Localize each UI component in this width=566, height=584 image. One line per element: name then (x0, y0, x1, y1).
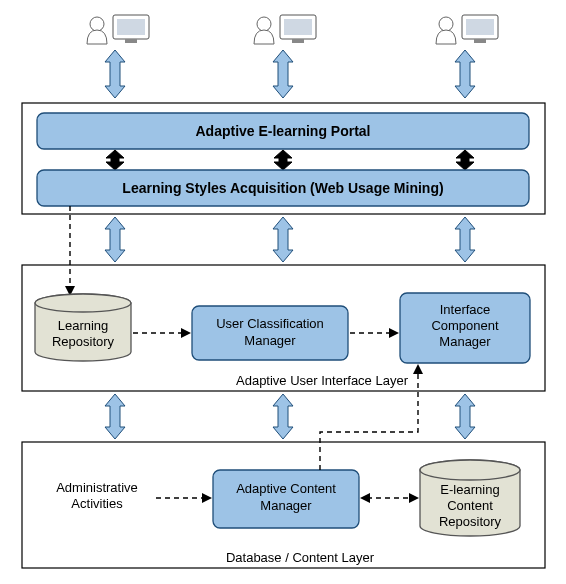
arrow-top-ui (105, 217, 475, 262)
admin-activities-label: Administrative (56, 480, 138, 495)
acquisition-label: Learning Styles Acquisition (Web Usage M… (122, 180, 443, 196)
svg-text:Adaptive Content: Adaptive Content (236, 481, 336, 496)
svg-text:Manager: Manager (260, 498, 312, 513)
svg-rect-2 (125, 39, 137, 43)
svg-point-7 (257, 17, 271, 31)
svg-text:Repository: Repository (439, 514, 502, 529)
svg-text:Activities: Activities (71, 496, 123, 511)
svg-text:Component: Component (431, 318, 499, 333)
user-icon (87, 15, 498, 44)
svg-text:Manager: Manager (439, 334, 491, 349)
svg-rect-1 (117, 19, 145, 35)
svg-point-11 (439, 17, 453, 31)
elearning-repo-cylinder: E-learning Content Repository (420, 460, 520, 536)
arrow-portal-acquisition (106, 150, 474, 170)
content-layer-label: Database / Content Layer (226, 550, 375, 565)
svg-marker-22 (389, 328, 399, 338)
svg-text:E-learning: E-learning (440, 482, 499, 497)
svg-text:User Classification: User Classification (216, 316, 324, 331)
arrow-users-portal (105, 50, 475, 98)
svg-marker-33 (413, 364, 423, 374)
ui-layer-label: Adaptive User Interface Layer (236, 373, 409, 388)
architecture-diagram: Adaptive E-learning Portal Learning Styl… (0, 0, 566, 584)
svg-marker-31 (409, 493, 419, 503)
svg-text:Content: Content (447, 498, 493, 513)
svg-marker-30 (202, 493, 212, 503)
svg-text:Learning: Learning (58, 318, 109, 333)
svg-rect-10 (474, 39, 486, 43)
learning-repository-cylinder: Learning Repository (35, 294, 131, 361)
svg-rect-5 (284, 19, 312, 35)
svg-point-26 (420, 460, 520, 480)
svg-marker-32 (360, 493, 370, 503)
svg-marker-21 (181, 328, 191, 338)
svg-text:Interface: Interface (440, 302, 491, 317)
svg-rect-6 (292, 39, 304, 43)
svg-rect-9 (466, 19, 494, 35)
svg-point-13 (35, 294, 131, 312)
arrow-ui-content (105, 394, 475, 439)
svg-text:Repository: Repository (52, 334, 115, 349)
svg-point-3 (90, 17, 104, 31)
portal-label: Adaptive E-learning Portal (195, 123, 370, 139)
svg-text:Manager: Manager (244, 333, 296, 348)
